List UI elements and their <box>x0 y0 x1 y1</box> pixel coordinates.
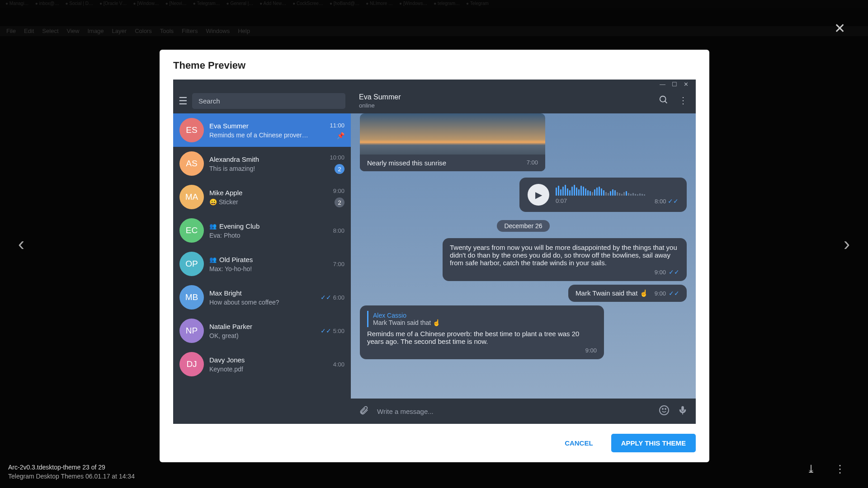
chat-name: Evening Club <box>219 222 259 230</box>
avatar: ES <box>179 118 204 142</box>
read-checks-icon: ✓✓ <box>668 197 679 205</box>
chat-name: Mike Apple <box>209 189 242 197</box>
unread-badge: 2 <box>335 164 344 174</box>
play-icon[interactable]: ▶ <box>528 184 549 206</box>
chat-time: 4:00 <box>333 361 344 368</box>
chat-time: 11:00 <box>330 122 344 129</box>
emoji-icon[interactable] <box>659 405 670 418</box>
prev-arrow-icon[interactable]: ‹ <box>18 233 24 255</box>
chat-preview: Eva: Photo <box>209 232 328 239</box>
reply-preview[interactable]: Alex Cassio Mark Twain said that ☝️ <box>367 311 597 327</box>
reply-quote: Mark Twain said that ☝️ <box>373 319 592 326</box>
chat-list: ESEva SummerReminds me of a Chinese prov… <box>173 113 351 424</box>
svg-point-2 <box>660 406 669 415</box>
close-window-icon[interactable]: ✕ <box>684 81 689 88</box>
chat-preview: Keynote.pdf <box>209 366 328 373</box>
chat-name: Eva Summer <box>209 122 249 130</box>
chat-preview: Reminds me of a Chinese prover… <box>209 131 324 139</box>
chat-preview: How about some coffee? <box>209 299 315 306</box>
message-time: 9:00 <box>655 269 666 276</box>
voice-duration: 0:07 <box>556 197 567 205</box>
message-time: 7:00 <box>527 159 538 167</box>
more-icon[interactable]: ⋮ <box>835 463 845 475</box>
modal-title: Theme Preview <box>160 50 709 80</box>
outgoing-message: Mark Twain said that ☝️ 9:00✓✓ <box>568 285 687 302</box>
viewer-caption: Arc-2v0.3.tdesktop-theme 23 of 29 Telegr… <box>8 464 135 480</box>
avatar: AS <box>179 151 204 176</box>
chat-row[interactable]: DJDavy JonesKeynote.pdf4:00 <box>173 347 351 381</box>
voice-message[interactable]: ▶ 0:07 8:00 ✓✓ <box>519 178 687 212</box>
chat-preview: 😀 Sticker <box>209 198 328 206</box>
avatar: MA <box>179 185 204 209</box>
svg-point-4 <box>665 408 666 409</box>
image-message[interactable]: Nearly missed this sunrise 7:00 <box>360 113 545 171</box>
message-text: Twenty years from now you will be more d… <box>450 244 679 267</box>
chat-row[interactable]: MAMike Apple😀 Sticker9:002 <box>173 180 351 214</box>
chat-pane: Eva Summer online ⋮ Nearly missed this s… <box>351 89 696 424</box>
message-input[interactable]: Write a message... <box>377 408 651 415</box>
apply-button[interactable]: APPLY THIS THEME <box>611 434 696 452</box>
download-icon[interactable]: ⤓ <box>807 463 816 475</box>
date-separator: December 26 <box>497 220 549 232</box>
chat-name: Davy Jones <box>209 356 245 364</box>
cancel-button[interactable]: CANCEL <box>557 434 601 452</box>
chat-preview: OK, great) <box>209 332 315 339</box>
chat-header: Eva Summer online ⋮ <box>351 89 696 113</box>
chat-preview: This is amazing! <box>209 165 324 172</box>
svg-line-1 <box>665 101 667 103</box>
message-time: 9:00 <box>585 347 597 354</box>
chat-time: 9:00 <box>333 188 344 194</box>
mic-icon[interactable] <box>678 405 688 417</box>
incoming-message: Alex Cassio Mark Twain said that ☝️ Remi… <box>360 305 604 359</box>
chat-title: Eva Summer <box>359 93 659 101</box>
messages-area: Nearly missed this sunrise 7:00 ▶ 0:07 8… <box>351 113 696 399</box>
message-input-bar: Write a message... <box>351 399 696 424</box>
chat-time: 5:00 <box>333 328 344 334</box>
avatar: MB <box>179 285 204 310</box>
message-time: 9:00 <box>655 290 666 297</box>
svg-point-3 <box>662 408 663 409</box>
chat-name: Old Pirates <box>219 256 253 263</box>
more-icon[interactable]: ⋮ <box>679 95 688 107</box>
chat-row[interactable]: ESEva SummerReminds me of a Chinese prov… <box>173 113 351 147</box>
window-controls: — ☐ ✕ <box>173 80 696 89</box>
pin-icon: 📌 <box>337 132 344 139</box>
preview-container: — ☐ ✕ ☰ Search ESEva SummerReminds me of… <box>173 80 696 424</box>
chat-preview: Max: Yo-ho-ho! <box>209 265 328 272</box>
close-icon[interactable]: ✕ <box>834 20 845 36</box>
next-arrow-icon[interactable]: › <box>844 233 850 255</box>
chat-row[interactable]: MBMax BrightHow about some coffee?✓✓ 6:0… <box>173 281 351 314</box>
chat-time: 10:00 <box>330 154 344 161</box>
reply-sender: Alex Cassio <box>373 312 592 319</box>
read-checks-icon: ✓✓ <box>669 268 679 276</box>
attach-icon[interactable] <box>359 405 369 417</box>
avatar: OP <box>179 252 204 276</box>
avatar: EC <box>179 218 204 243</box>
svg-point-0 <box>660 96 666 102</box>
chat-row[interactable]: ASAlexandra SmithThis is amazing!10:002 <box>173 147 351 180</box>
sidebar: ☰ Search ESEva SummerReminds me of a Chi… <box>173 89 351 424</box>
chat-row[interactable]: OP👥Old PiratesMax: Yo-ho-ho!7:00 <box>173 247 351 281</box>
read-checks-icon: ✓✓ <box>669 290 679 297</box>
search-icon[interactable] <box>659 95 669 107</box>
viewer-filename: Arc-2v0.3.tdesktop-theme 23 of 29 <box>8 464 135 471</box>
avatar: NP <box>179 319 204 343</box>
chat-name: Alexandra Smith <box>209 155 259 163</box>
waveform <box>556 185 679 196</box>
voice-time: 8:00 <box>655 198 666 205</box>
message-text: Mark Twain said that ☝️ <box>576 289 648 297</box>
viewer-actions: ⤓ ⋮ <box>807 463 845 475</box>
minimize-icon[interactable]: — <box>660 81 665 88</box>
group-icon: 👥 <box>209 256 217 263</box>
chat-row[interactable]: NPNatalie ParkerOK, great)✓✓ 5:00 <box>173 314 351 347</box>
read-checks-icon: ✓✓ <box>321 327 333 334</box>
chat-row[interactable]: EC👥Evening ClubEva: Photo8:00 <box>173 214 351 247</box>
chat-time: 6:00 <box>333 294 344 301</box>
unread-badge: 2 <box>335 197 344 207</box>
hamburger-icon[interactable]: ☰ <box>179 95 188 107</box>
modal-actions: CANCEL APPLY THIS THEME <box>160 424 709 462</box>
chat-time: 8:00 <box>333 227 344 234</box>
search-input[interactable]: Search <box>192 93 345 109</box>
outgoing-message: Twenty years from now you will be more d… <box>443 238 687 281</box>
maximize-icon[interactable]: ☐ <box>672 81 677 88</box>
